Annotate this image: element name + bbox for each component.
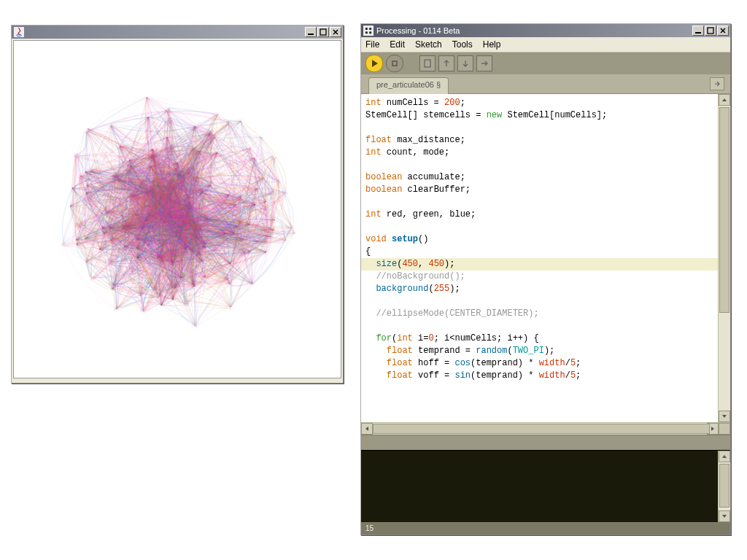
toolbar: [361, 52, 730, 74]
close-button[interactable]: [330, 27, 341, 37]
editor-area: int numCells = 200; StemCell[] stemcells…: [361, 93, 730, 422]
svg-rect-9: [392, 61, 397, 66]
scroll-thumb[interactable]: [719, 107, 729, 313]
svg-point-0: [17, 34, 22, 36]
minimize-button[interactable]: [305, 27, 317, 37]
svg-rect-1: [308, 34, 314, 35]
scrollbar-corner: [719, 423, 730, 435]
ide-title: Processing - 0114 Beta: [376, 26, 692, 35]
statusbar: 15: [361, 522, 730, 534]
svg-point-5: [365, 31, 368, 34]
svg-rect-10: [425, 60, 430, 67]
scroll-thumb[interactable]: [719, 464, 729, 508]
svg-point-3: [365, 28, 368, 31]
hscroll-thumb[interactable]: [373, 424, 710, 434]
maximize-button[interactable]: [317, 27, 329, 37]
ide-titlebar[interactable]: Processing - 0114 Beta: [361, 24, 730, 37]
svg-point-4: [369, 28, 372, 31]
run-button[interactable]: [365, 55, 383, 72]
sketch-titlebar[interactable]: [12, 26, 343, 39]
line-number: 15: [365, 524, 374, 532]
svg-rect-8: [708, 28, 713, 34]
tab-sketch[interactable]: pre_articulate06 §: [368, 77, 449, 94]
sketch-canvas[interactable]: [17, 49, 338, 370]
maximize-button[interactable]: [705, 26, 716, 36]
processing-icon: [363, 26, 374, 36]
scroll-up-icon[interactable]: [719, 94, 730, 106]
sketch-window: [11, 25, 344, 384]
menu-sketch[interactable]: Sketch: [415, 39, 442, 50]
save-button[interactable]: [457, 55, 473, 71]
svg-rect-2: [320, 29, 326, 35]
menubar: File Edit Sketch Tools Help: [361, 37, 730, 52]
editor-horizontal-scrollbar[interactable]: [361, 422, 730, 435]
menu-help[interactable]: Help: [483, 39, 501, 50]
console[interactable]: [361, 450, 730, 522]
svg-point-6: [369, 31, 372, 34]
scroll-left-icon[interactable]: [361, 423, 373, 435]
new-button[interactable]: [419, 55, 436, 71]
export-button[interactable]: [476, 55, 492, 71]
java-icon: [14, 27, 24, 37]
menu-edit[interactable]: Edit: [390, 39, 405, 50]
editor-vertical-scrollbar[interactable]: [718, 94, 730, 422]
scroll-down-icon[interactable]: [719, 411, 730, 422]
stop-button[interactable]: [386, 55, 403, 72]
scroll-up-icon[interactable]: [719, 451, 730, 462]
ide-window: Processing - 0114 Beta File Edit Sketch …: [360, 23, 731, 535]
code-editor[interactable]: int numCells = 200; StemCell[] stemcells…: [361, 94, 718, 422]
minimize-button[interactable]: [692, 26, 704, 36]
menu-tools[interactable]: Tools: [452, 39, 473, 50]
new-tab-button[interactable]: [710, 77, 724, 90]
sketch-content: [13, 40, 341, 378]
scroll-down-icon[interactable]: [719, 510, 730, 522]
svg-rect-7: [695, 32, 701, 34]
tabstrip: pre_articulate06 §: [361, 74, 730, 93]
console-vertical-scrollbar[interactable]: [718, 451, 730, 522]
open-button[interactable]: [438, 55, 454, 71]
message-area: [361, 435, 730, 450]
menu-file[interactable]: File: [365, 39, 379, 50]
close-button[interactable]: [717, 26, 729, 36]
